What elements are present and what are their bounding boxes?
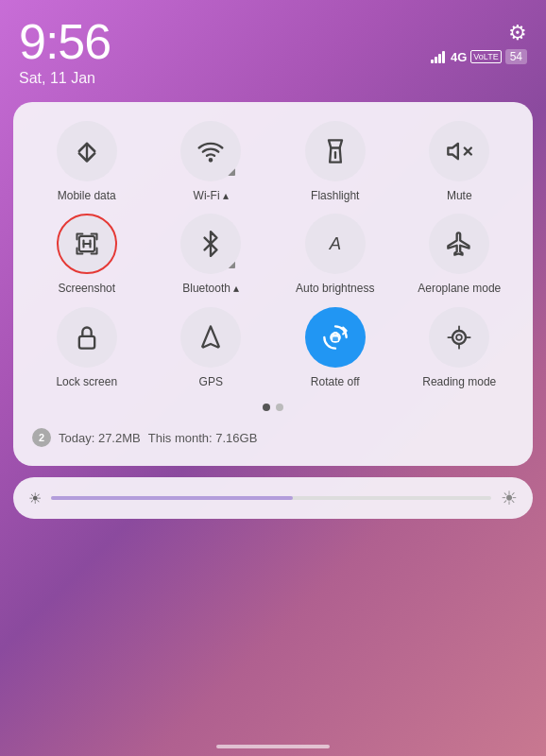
flashlight-label: Flashlight (311, 189, 359, 202)
tile-rotate-off[interactable]: Rotate off (277, 307, 394, 388)
tile-mute[interactable]: Mute (401, 121, 519, 202)
data-usage: 2 Today: 27.2MB This month: 7.16GB (28, 424, 518, 451)
screenshot-icon (57, 214, 117, 274)
data-badge: 2 (32, 428, 51, 447)
mobile-data-label: Mobile data (58, 189, 116, 202)
reading-svg (446, 324, 472, 351)
rotate-icon (305, 307, 366, 368)
settings-icon[interactable]: ⚙ (508, 21, 527, 45)
svg-point-15 (456, 335, 462, 340)
auto-brightness-label: Auto brightness (296, 282, 374, 295)
tile-reading-mode[interactable]: Reading mode (401, 307, 519, 388)
svg-rect-13 (332, 336, 338, 342)
time-date: 9:56 Sat, 11 Jan (19, 17, 111, 87)
signal-strength-icon (431, 50, 445, 63)
status-icons: 4G VoLTE 54 (431, 49, 527, 64)
screenshot-svg (74, 231, 100, 257)
reading-icon (429, 307, 489, 368)
data-today: Today: 27.2MB (59, 431, 141, 445)
svg-point-1 (210, 159, 212, 161)
reading-mode-label: Reading mode (422, 375, 496, 388)
volte-badge: VoLTE (470, 50, 501, 64)
svg-point-14 (452, 331, 466, 344)
page-dots (28, 404, 518, 411)
battery-level: 54 (505, 49, 527, 64)
data-month: This month: 7.16GB (148, 431, 258, 445)
network-type: 4G (451, 50, 467, 64)
gps-icon (180, 307, 241, 368)
tile-lock-screen[interactable]: Lock screen (28, 307, 145, 388)
status-bar: 9:56 Sat, 11 Jan ⚙ 4G VoLTE 54 (0, 0, 546, 94)
brightness-bar[interactable]: ☀ ☀ (13, 477, 533, 519)
mute-label: Mute (447, 189, 472, 202)
tile-flashlight[interactable]: Flashlight (277, 121, 394, 202)
auto-brightness-svg: A (322, 231, 349, 257)
mute-icon (429, 121, 489, 181)
bluetooth-svg (197, 231, 224, 257)
screenshot-label: Screenshot (58, 282, 115, 295)
lock-svg (74, 324, 100, 351)
wifi-icon (180, 121, 241, 181)
brightness-track[interactable] (51, 496, 491, 500)
tile-wifi[interactable]: Wi-Fi ▴ (153, 121, 270, 202)
tile-bluetooth[interactable]: Bluetooth ▴ (153, 214, 270, 295)
mobile-data-icon (57, 121, 117, 181)
aeroplane-icon (429, 214, 489, 274)
aeroplane-svg (446, 231, 472, 257)
tiles-grid: Mobile data Wi-Fi ▴ (28, 121, 518, 388)
mobile-data-svg (74, 138, 100, 164)
rotate-svg (322, 324, 349, 351)
clock: 9:56 (19, 17, 111, 66)
tile-gps[interactable]: GPS (153, 307, 270, 388)
svg-rect-10 (79, 336, 94, 349)
bluetooth-icon (180, 214, 241, 274)
lock-icon (57, 307, 117, 368)
wifi-svg (197, 138, 224, 164)
mute-svg (446, 138, 472, 164)
flashlight-icon (305, 121, 366, 181)
dot-2 (276, 404, 283, 411)
tile-auto-brightness[interactable]: A Auto brightness (277, 214, 394, 295)
auto-brightness-icon: A (305, 214, 366, 274)
brightness-low-icon: ☀ (28, 490, 42, 507)
gps-svg (197, 324, 224, 351)
brightness-high-icon: ☀ (501, 487, 518, 509)
aeroplane-label: Aeroplane mode (418, 282, 501, 295)
lock-screen-label: Lock screen (56, 375, 117, 388)
tile-mobile-data[interactable]: Mobile data (28, 121, 145, 202)
home-indicator[interactable] (216, 745, 330, 748)
gps-label: GPS (199, 375, 223, 388)
brightness-fill (51, 496, 293, 500)
rotate-off-label: Rotate off (311, 375, 360, 388)
tile-screenshot[interactable]: Screenshot (28, 214, 145, 295)
tile-aeroplane[interactable]: Aeroplane mode (401, 214, 519, 295)
status-right: ⚙ 4G VoLTE 54 (431, 17, 527, 64)
wifi-label: Wi-Fi ▴ (194, 189, 229, 202)
bluetooth-label: Bluetooth ▴ (182, 282, 239, 295)
svg-text:A: A (329, 233, 341, 253)
dot-1 (263, 404, 270, 411)
date: Sat, 11 Jan (19, 70, 111, 87)
quick-settings-panel: Mobile data Wi-Fi ▴ (13, 102, 533, 466)
flashlight-svg (322, 138, 349, 164)
